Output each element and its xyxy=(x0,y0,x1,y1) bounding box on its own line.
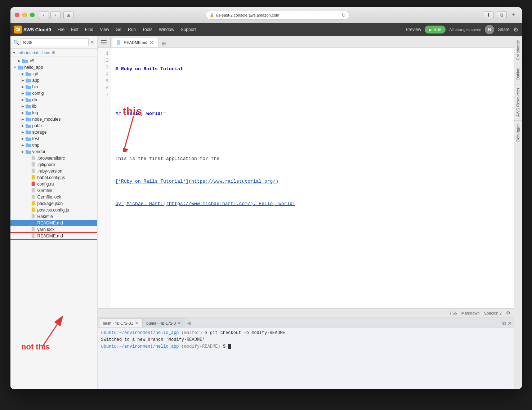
tree-item-db[interactable]: ▶ db xyxy=(10,97,97,103)
status-settings-icon[interactable]: ⚙ xyxy=(506,310,510,316)
environment-label: ▼ rails-tutorial - /hom ⚙ xyxy=(10,49,97,57)
tree-item-gemfile[interactable]: Gemfile xyxy=(10,187,97,194)
menu-find[interactable]: Find xyxy=(82,26,96,34)
menu-go[interactable]: Go xyxy=(113,26,124,34)
term-path-1: ubuntu:~/environment/hello_app xyxy=(101,330,179,335)
settings-gear-icon[interactable]: ⚙ xyxy=(513,26,518,33)
tab-add-button[interactable]: ⊕ xyxy=(160,39,168,47)
menu-file[interactable]: File xyxy=(55,26,67,34)
tree-item-config[interactable]: ▶ config xyxy=(10,90,97,97)
tree-item-config-ru[interactable]: config.ru xyxy=(10,181,97,187)
tree-item-gitignore[interactable]: .gitignore xyxy=(10,161,97,168)
tree-label-public: public xyxy=(32,123,97,128)
folder-icon-public xyxy=(26,124,31,128)
svg-rect-23 xyxy=(26,130,28,132)
line-numbers: 1 2 3 4 5 6 7 xyxy=(98,48,111,308)
tree-item-node-modules[interactable]: ▶ node_modules xyxy=(10,116,97,122)
terminal-add-tab-button[interactable]: ⊕ xyxy=(185,319,193,327)
maximize-button[interactable] xyxy=(30,13,35,17)
language-mode: Markdown xyxy=(461,311,480,315)
tree-item-c9[interactable]: ▶ .c9 xyxy=(10,58,97,64)
share-action-button[interactable]: ⬆ xyxy=(484,11,494,19)
tree-item-readme-selected[interactable]: README.md xyxy=(10,220,97,226)
minimize-button[interactable] xyxy=(22,13,27,17)
add-tab-button[interactable]: + xyxy=(510,11,518,19)
env-chevron-icon: ▼ xyxy=(13,51,16,55)
back-button[interactable]: ‹ xyxy=(39,11,49,19)
editor-content[interactable]: 1 2 3 4 5 6 7 # Ruby on Rails Tutorial #… xyxy=(98,48,514,308)
tree-item-storage[interactable]: ▶ storage xyxy=(10,129,97,135)
menu-tools[interactable]: Tools xyxy=(139,26,155,34)
menu-bar-right: Preview ▶ Run All changes saved R Share … xyxy=(406,25,518,34)
line-num-1: 1 xyxy=(98,50,109,57)
file-icon-postcss-config xyxy=(31,208,36,213)
tree-item-test[interactable]: ▶ test xyxy=(10,135,97,142)
env-settings-icon[interactable]: ⚙ xyxy=(52,50,55,55)
file-icon-readme-selected xyxy=(31,220,36,226)
tree-item-lib[interactable]: ▶ lib xyxy=(10,103,97,110)
terminal-content[interactable]: ubuntu:~/environment/hello_app (master) … xyxy=(98,327,514,389)
terminal-close-icon[interactable]: ✕ xyxy=(508,320,512,326)
search-clear-icon[interactable]: ✕ xyxy=(90,39,94,45)
tree-label-app: app xyxy=(32,78,97,83)
tree-item-app[interactable]: ▶ app xyxy=(10,77,97,84)
svg-rect-48 xyxy=(101,44,107,44)
svg-rect-37 xyxy=(31,188,35,192)
svg-rect-41 xyxy=(31,214,35,218)
tree-item-rakefile[interactable]: Rakefile xyxy=(10,213,97,220)
run-button[interactable]: ▶ Run xyxy=(425,26,446,34)
tree-item-readme-notthis[interactable]: README.md xyxy=(10,233,97,239)
tree-item-package-json[interactable]: package.json xyxy=(10,200,97,207)
forward-button[interactable]: › xyxy=(50,11,61,19)
tree-item-tmp[interactable]: ▶ tmp xyxy=(10,142,97,148)
terminal-tab-puma-close[interactable]: ✕ xyxy=(177,320,181,326)
tree-item-bin[interactable]: ▶ bin xyxy=(10,84,97,90)
tree-item-log[interactable]: ▶ log xyxy=(10,110,97,116)
sidebar-toggle[interactable]: ⊞ xyxy=(63,11,73,19)
terminal-expand-icon[interactable]: ⧉ xyxy=(502,320,506,326)
right-tab-aws-resources[interactable]: AWS Resources xyxy=(514,84,522,120)
tree-item-postcss-config[interactable]: postcss.config.js xyxy=(10,207,97,213)
term-cmd-1: $ git checkout -b modify-README xyxy=(202,330,285,335)
tab-doc-icon xyxy=(117,40,122,45)
tree-item-git[interactable]: ▶ .git xyxy=(10,71,97,77)
share-label[interactable]: Share xyxy=(498,27,509,32)
preview-button[interactable]: Preview xyxy=(406,27,421,32)
tree-item-hello-app[interactable]: ▼ hello_app xyxy=(10,64,97,71)
search-input[interactable] xyxy=(21,38,89,46)
file-icon-rakefile xyxy=(31,214,36,219)
close-button[interactable] xyxy=(15,13,19,17)
right-tab-outline[interactable]: Outline xyxy=(514,64,522,84)
tree-item-vendor[interactable]: ▶ vendor xyxy=(10,148,97,155)
tree-item-public[interactable]: ▶ public xyxy=(10,122,97,129)
tree-item-ruby-version[interactable]: .ruby-version xyxy=(10,168,97,174)
terminal-tab-bash-close[interactable]: ✕ xyxy=(135,320,139,326)
svg-rect-5 xyxy=(26,72,28,73)
file-browser-icon xyxy=(101,40,107,44)
right-tab-debugger[interactable]: Debugger xyxy=(514,120,522,145)
right-tab-collaborate[interactable]: Collaborate xyxy=(514,36,522,64)
new-tab-button[interactable]: ⧉ xyxy=(497,11,507,19)
terminal-tab-bash[interactable]: bash - "ip-172-31 ✕ xyxy=(99,318,143,327)
menu-support[interactable]: Support xyxy=(178,26,199,34)
tab-close-icon[interactable]: ✕ xyxy=(149,40,154,45)
file-browser-toggle[interactable] xyxy=(98,37,111,47)
avatar-button[interactable]: R xyxy=(485,25,494,34)
tree-label-browserslistrc: .browserslistrc xyxy=(37,156,97,161)
tree-item-gemfile-lock[interactable]: Gemfile.lock xyxy=(10,194,97,200)
menu-window[interactable]: Window xyxy=(156,26,177,34)
tree-item-yarn-lock[interactable]: yarn.lock xyxy=(10,226,97,233)
tree-label-hello-app: hello_app xyxy=(24,65,97,70)
refresh-button[interactable]: ↻ xyxy=(341,12,346,18)
url-bar[interactable]: 🔒 us-east-2.console.aws.amazon.com ↻ xyxy=(206,11,350,19)
menu-edit[interactable]: Edit xyxy=(68,26,81,34)
tree-item-babel-config[interactable]: babel.config.js xyxy=(10,174,97,181)
code-line-3: ## "hello, world!" xyxy=(116,110,510,118)
tab-label-readme: README.md xyxy=(124,40,147,45)
terminal-tab-puma[interactable]: puma - "ip-172-3 ✕ xyxy=(143,318,185,327)
tree-item-browserslistrc[interactable]: .browserslistrc xyxy=(10,155,97,161)
menu-run[interactable]: Run xyxy=(125,26,139,34)
editor-tab-readme[interactable]: README.md ✕ xyxy=(112,37,158,47)
menu-view[interactable]: View xyxy=(97,26,112,34)
folder-icon-vendor xyxy=(26,150,31,154)
